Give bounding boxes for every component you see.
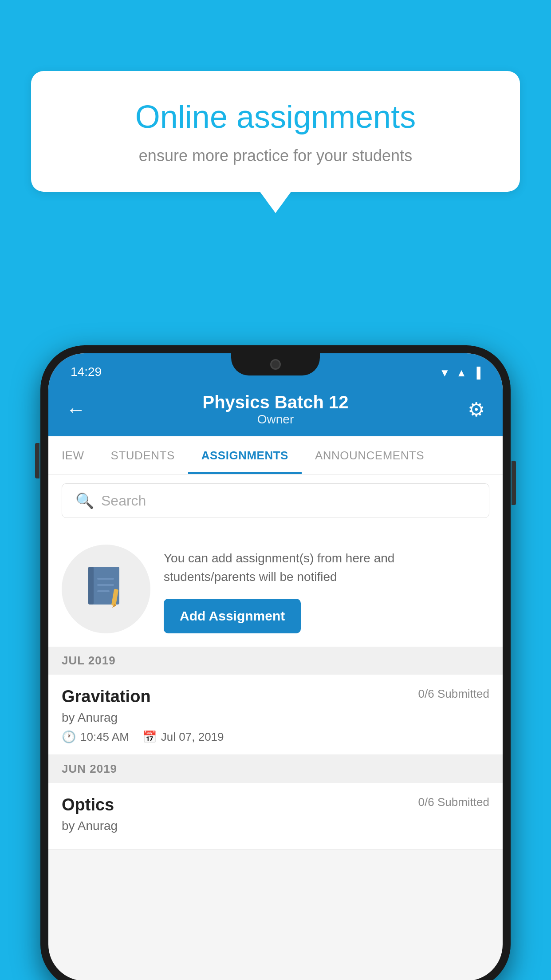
clock-icon: 🕐: [62, 730, 76, 744]
add-assignment-button[interactable]: Add Assignment: [164, 599, 301, 633]
bubble-subtitle: ensure more practice for your students: [62, 145, 489, 167]
assignment-row-header: Gravitation 0/6 Submitted: [62, 687, 489, 706]
svg-rect-1: [88, 567, 94, 605]
tab-students[interactable]: STUDENTS: [98, 436, 188, 474]
camera: [270, 359, 281, 370]
svg-rect-4: [97, 590, 110, 592]
assignment-author-optics: by Anurag: [62, 819, 489, 833]
promo-section: Online assignments ensure more practice …: [31, 71, 520, 192]
search-container: 🔍 Search: [48, 474, 503, 527]
svg-rect-3: [97, 584, 114, 586]
tab-announcements[interactable]: ANNOUNCEMENTS: [302, 436, 437, 474]
content-area: 🔍 Search: [48, 474, 503, 850]
cta-content: You can add assignment(s) from here and …: [164, 545, 489, 633]
month-header-jun: JUN 2019: [48, 755, 503, 783]
cta-description: You can add assignment(s) from here and …: [164, 549, 489, 586]
search-box[interactable]: 🔍 Search: [62, 483, 489, 518]
tabs-bar: IEW STUDENTS ASSIGNMENTS ANNOUNCEMENTS: [48, 436, 503, 474]
assignment-item-gravitation[interactable]: Gravitation 0/6 Submitted by Anurag 🕐 10…: [48, 675, 503, 755]
header-subtitle: Owner: [93, 412, 458, 427]
assignment-date: 📅 Jul 07, 2019: [142, 730, 224, 744]
month-header-jul: JUL 2019: [48, 647, 503, 675]
signal-icon: ▲: [456, 367, 467, 379]
cta-icon-circle: [62, 545, 150, 633]
submitted-badge-optics: 0/6 Submitted: [418, 795, 489, 809]
search-placeholder: Search: [101, 493, 146, 509]
svg-rect-2: [97, 578, 114, 580]
assignment-cta: You can add assignment(s) from here and …: [48, 527, 503, 647]
status-icons: ▼ ▲ ▐: [439, 367, 480, 379]
calendar-icon: 📅: [142, 730, 157, 744]
assignment-time: 🕐 10:45 AM: [62, 730, 129, 744]
assignment-meta: 🕐 10:45 AM 📅 Jul 07, 2019: [62, 730, 489, 744]
tab-assignments[interactable]: ASSIGNMENTS: [188, 436, 302, 474]
notebook-icon: [84, 565, 128, 613]
phone-frame: 14:29 ▼ ▲ ▐ ← Physics Batch 12 Owner ⚙ I…: [40, 345, 511, 980]
wifi-icon: ▼: [439, 367, 450, 379]
phone-notch: [231, 353, 320, 375]
submitted-badge: 0/6 Submitted: [418, 687, 489, 701]
back-button[interactable]: ←: [66, 399, 93, 421]
header-center: Physics Batch 12 Owner: [93, 392, 458, 427]
assignment-name: Gravitation: [62, 687, 151, 706]
battery-icon: ▐: [473, 367, 480, 379]
header-title: Physics Batch 12: [93, 392, 458, 412]
assignment-item-optics[interactable]: Optics 0/6 Submitted by Anurag: [48, 783, 503, 850]
search-icon: 🔍: [75, 492, 94, 510]
phone-screen: 14:29 ▼ ▲ ▐ ← Physics Batch 12 Owner ⚙ I…: [48, 353, 503, 980]
bubble-title: Online assignments: [62, 98, 489, 136]
settings-icon[interactable]: ⚙: [458, 398, 485, 421]
app-header: ← Physics Batch 12 Owner ⚙: [48, 384, 503, 436]
tab-iew[interactable]: IEW: [48, 436, 98, 474]
speech-bubble: Online assignments ensure more practice …: [31, 71, 520, 192]
assignment-author: by Anurag: [62, 711, 489, 725]
phone-outer: 14:29 ▼ ▲ ▐ ← Physics Batch 12 Owner ⚙ I…: [40, 345, 511, 980]
assignment-row-header-optics: Optics 0/6 Submitted: [62, 795, 489, 814]
assignment-name-optics: Optics: [62, 795, 114, 814]
